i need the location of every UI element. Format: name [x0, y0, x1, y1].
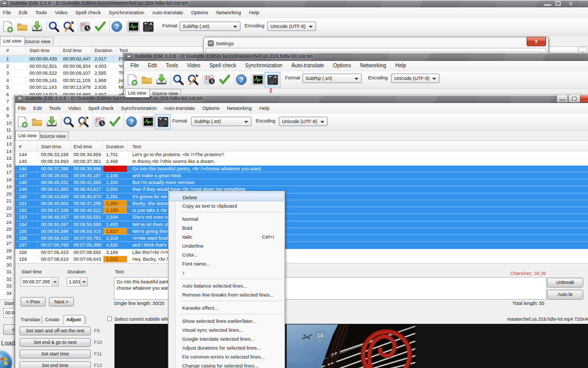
svg-text:14: 14 — [317, 332, 323, 339]
